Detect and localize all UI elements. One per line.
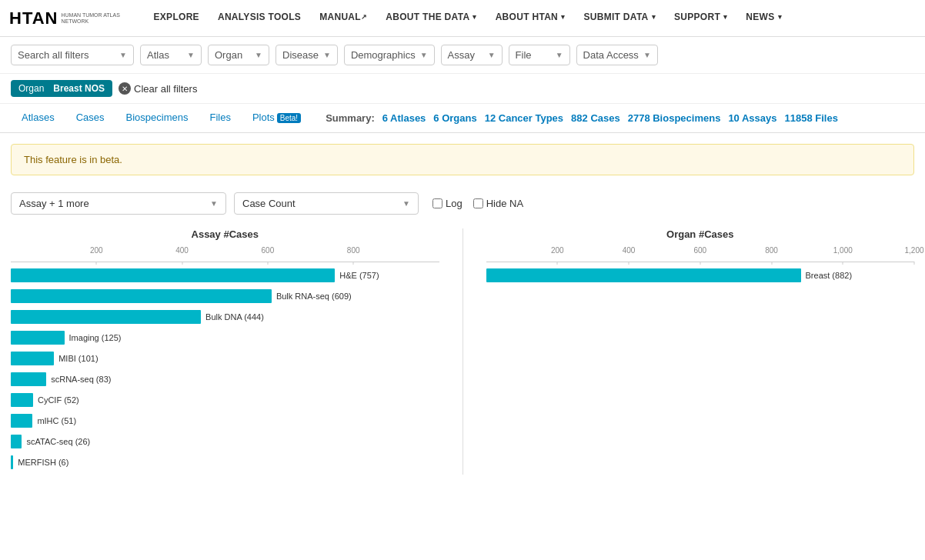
log-checkbox-item[interactable]: Log — [432, 198, 462, 209]
filter-atlas[interactable]: Atlas▼ — [140, 45, 202, 65]
nav-item-about-htan[interactable]: ABOUT HTAN▾ — [486, 0, 575, 36]
filter-label: Assay — [448, 49, 483, 61]
bar-label: scATAC-seq (26) — [26, 437, 90, 446]
axis-tick-mark — [629, 262, 629, 265]
log-label: Log — [446, 198, 462, 209]
axis-tick: 800 — [347, 246, 360, 255]
summary-stat[interactable]: 6 Atlases — [382, 112, 426, 124]
filter-arrow: ▼ — [420, 51, 428, 59]
bar — [486, 268, 801, 282]
axis-tick-mark — [843, 262, 843, 265]
search-filter[interactable]: Search all filters ▼ — [11, 45, 134, 65]
tab-plots[interactable]: PlotsBeta! — [242, 104, 312, 132]
logo-subtitle: HUMAN TUMOR ATLAS NETWORK — [61, 12, 130, 24]
hide-na-checkbox[interactable] — [473, 198, 483, 208]
filter-file[interactable]: File▼ — [509, 45, 570, 65]
assay-chart-wrapper: 200400600800H&E (757)Bulk RNA-seq (609)B… — [11, 246, 439, 471]
chart-axis: 2004006008001,0001,200 — [486, 246, 915, 260]
bar-row[interactable]: MIBI (101) — [11, 350, 439, 367]
axis-line — [486, 262, 915, 262]
axis-tick: 400 — [623, 246, 636, 255]
summary-stat[interactable]: 11858 Files — [785, 112, 838, 124]
nav-item-explore[interactable]: EXPLORE — [144, 0, 208, 36]
summary-stat[interactable]: 882 Cases — [571, 112, 620, 124]
nav-item-support[interactable]: SUPPORT▾ — [665, 0, 736, 36]
clear-filters-button[interactable]: ✕ Clear all filters — [119, 82, 197, 95]
log-checkbox[interactable] — [432, 198, 442, 208]
filter-demographics[interactable]: Demographics▼ — [344, 45, 435, 65]
summary-label: Summary: — [326, 112, 375, 124]
filter-label: Data Access — [583, 49, 639, 61]
bar-row[interactable]: Imaging (125) — [11, 329, 439, 346]
filter-assay[interactable]: Assay▼ — [441, 45, 503, 65]
summary-stat[interactable]: 6 Organs — [433, 112, 476, 124]
caret-icon: ▾ — [561, 13, 565, 21]
filter-label: Demographics — [351, 49, 416, 61]
nav-item-about-the-data[interactable]: ABOUT THE DATA▾ — [376, 0, 486, 36]
tab-biospecimens[interactable]: Biospecimens — [115, 104, 199, 132]
filter-arrow: ▼ — [556, 51, 563, 59]
axis-tick-mark — [914, 262, 915, 265]
bar — [11, 414, 32, 428]
plots-label: Plots — [252, 112, 275, 123]
bar-row[interactable]: CyCIF (52) — [11, 392, 439, 408]
active-filters: Organ Breast NOS ✕ Clear all filters — [0, 74, 925, 104]
x-axis-dropdown[interactable]: Assay + 1 more ▼ — [11, 192, 226, 215]
hide-na-label: Hide NA — [486, 198, 523, 209]
axis-tick-mark — [771, 262, 772, 265]
caret-icon: ▾ — [652, 13, 656, 21]
hide-na-checkbox-item[interactable]: Hide NA — [473, 198, 523, 209]
filter-arrow: ▼ — [323, 51, 331, 59]
organ-chart-title: Organ #Cases — [486, 228, 915, 240]
tab-cases[interactable]: Cases — [65, 104, 115, 132]
charts-section: Assay #Cases 200400600800H&E (757)Bulk R… — [0, 221, 925, 482]
x-axis-label: Assay + 1 more — [19, 198, 205, 209]
nav-item-submit-data[interactable]: SUBMIT DATA▾ — [574, 0, 665, 36]
summary-stat[interactable]: 12 Cancer Types — [485, 112, 563, 124]
filter-disease[interactable]: Disease▼ — [275, 45, 338, 65]
bar-label: scRNA-seq (83) — [51, 375, 111, 384]
bar-row[interactable]: mIHC (51) — [11, 412, 439, 429]
filter-label: Disease — [282, 49, 319, 61]
axis-tick: 600 — [693, 246, 706, 255]
y-axis-dropdown[interactable]: Case Count ▼ — [234, 192, 419, 215]
logo[interactable]: HTAN HUMAN TUMOR ATLAS NETWORK — [9, 8, 130, 28]
filter-dropdowns: Atlas▼Organ▼Disease▼Demographics▼Assay▼F… — [140, 45, 658, 65]
bar-label: Imaging (125) — [69, 333, 122, 342]
bar-row[interactable]: MERFISH (6) — [11, 454, 439, 471]
organ-filter-tag[interactable]: Organ Breast NOS — [11, 80, 112, 97]
summary-stat[interactable]: 2778 Biospecimens — [628, 112, 721, 124]
bar — [11, 455, 13, 469]
filter-arrow: ▼ — [255, 51, 262, 59]
chart-divider — [462, 228, 463, 475]
axis-tick: 400 — [175, 246, 189, 255]
bar — [11, 268, 335, 282]
nav-item-analysis-tools[interactable]: ANALYSIS TOOLS — [209, 0, 310, 36]
bar-label: Breast (882) — [806, 271, 853, 280]
caret-icon: ▾ — [723, 13, 727, 21]
axis-tick: 600 — [262, 246, 275, 255]
summary-section: Summary:6 Atlases6 Organs12 Cancer Types… — [315, 105, 849, 132]
bar-row[interactable]: scATAC-seq (26) — [11, 433, 439, 450]
tab-atlases[interactable]: Atlases — [11, 104, 65, 132]
beta-badge: Beta! — [277, 113, 301, 123]
bar-row[interactable]: Breast (882) — [486, 267, 915, 284]
axis-tick-mark — [182, 262, 182, 265]
summary-stat[interactable]: 10 Assays — [728, 112, 776, 124]
filter-arrow: ▼ — [488, 51, 496, 59]
bar — [11, 435, 22, 448]
filter-data-access[interactable]: Data Access▼ — [576, 45, 658, 65]
organ-chart: Organ #Cases 2004006008001,0001,200Breas… — [486, 228, 915, 475]
chart-axis: 200400600800 — [11, 246, 439, 260]
bar-row[interactable]: Bulk RNA-seq (609) — [11, 288, 439, 305]
bar-row[interactable]: H&E (757) — [11, 267, 439, 284]
nav-item-news[interactable]: NEWS▾ — [736, 0, 791, 36]
axis-tick: 200 — [551, 246, 564, 255]
nav-item-manual[interactable]: MANUAL↗ — [310, 0, 376, 36]
bar-row[interactable]: Bulk DNA (444) — [11, 308, 439, 325]
bar-row[interactable]: scRNA-seq (83) — [11, 371, 439, 388]
tab-files[interactable]: Files — [199, 104, 241, 132]
filter-organ[interactable]: Organ▼ — [208, 45, 269, 65]
filter-label: Atlas — [147, 49, 182, 61]
axis-tick: 200 — [90, 246, 103, 255]
